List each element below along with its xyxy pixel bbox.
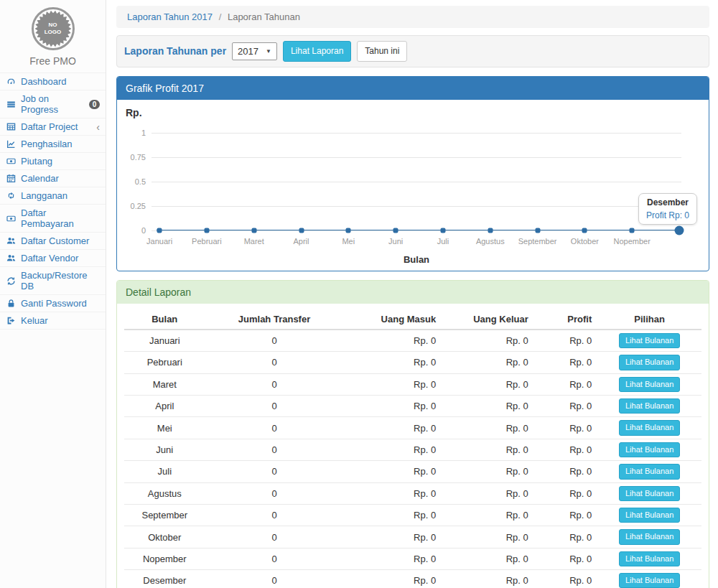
cell-uang-keluar: Rp. 0	[442, 461, 534, 482]
cell-pilihan: Lihat Bulanan	[597, 395, 701, 416]
gridline: 1	[151, 133, 681, 134]
data-point-juli[interactable]	[440, 228, 445, 233]
gridline: 0.25	[151, 206, 681, 207]
table-row-september: September0Rp. 0Rp. 0Rp. 0Lihat Bulanan	[124, 504, 701, 526]
cell-profit: Rp. 0	[534, 482, 597, 504]
lihat-laporan-button[interactable]: Lihat Laporan	[283, 41, 351, 62]
lihat-bulanan-button[interactable]: Lihat Bulanan	[619, 551, 680, 566]
data-point-april[interactable]	[299, 228, 304, 233]
sidebar-item-daftar-pembayaran[interactable]: Daftar Pembayaran	[0, 205, 106, 233]
data-point-maret[interactable]	[251, 228, 256, 233]
cell-uang-keluar: Rp. 0	[442, 548, 534, 569]
lihat-bulanan-button[interactable]: Lihat Bulanan	[619, 442, 680, 457]
breadcrumb-current: Laporan Tahunan	[228, 11, 300, 22]
x-axis-tick: Juni	[388, 237, 403, 246]
year-filter-form: Laporan Tahunan per 2017 ▼ Lihat Laporan…	[116, 35, 709, 67]
lihat-bulanan-button[interactable]: Lihat Bulanan	[619, 508, 680, 523]
cell-jumlah-transfer: 0	[205, 548, 344, 569]
cell-uang-keluar: Rp. 0	[442, 373, 534, 395]
cell-pilihan: Lihat Bulanan	[597, 570, 701, 588]
lihat-bulanan-button[interactable]: Lihat Bulanan	[619, 355, 680, 370]
sidebar: NO LOGO Free PMO DashboardJob on Progres…	[0, 0, 106, 588]
cell-bulan: Agustus	[124, 482, 205, 504]
sidebar-item-langganan[interactable]: Langganan	[0, 187, 106, 205]
app-name: Free PMO	[0, 55, 106, 67]
gridline: 0.5	[151, 182, 681, 182]
chart-panel-title: Grafik Profit 2017	[117, 77, 709, 100]
cell-uang-masuk: Rp. 0	[344, 482, 442, 504]
lihat-bulanan-button[interactable]: Lihat Bulanan	[619, 398, 680, 414]
data-point-mei[interactable]	[346, 228, 351, 233]
data-point-januari[interactable]	[157, 228, 162, 233]
cell-uang-keluar: Rp. 0	[442, 330, 534, 352]
cell-uang-masuk: Rp. 0	[344, 548, 442, 569]
cell-jumlah-transfer: 0	[205, 330, 344, 352]
cell-pilihan: Lihat Bulanan	[597, 526, 701, 548]
sidebar-item-ganti-password[interactable]: Ganti Password	[0, 295, 106, 312]
cell-jumlah-transfer: 0	[205, 570, 344, 588]
cell-uang-keluar: Rp. 0	[442, 352, 534, 373]
x-axis-tick: Maret	[244, 237, 264, 246]
sidebar-item-label: Keluar	[21, 315, 48, 326]
table-row-juli: Juli0Rp. 0Rp. 0Rp. 0Lihat Bulanan	[124, 461, 701, 482]
report-panel-title: Detail Laporan	[117, 281, 709, 304]
lihat-bulanan-button[interactable]: Lihat Bulanan	[619, 377, 680, 392]
cell-pilihan: Lihat Bulanan	[597, 373, 701, 395]
sidebar-item-daftar-project[interactable]: Daftar Project‹	[0, 118, 106, 136]
data-point-agustus[interactable]	[488, 228, 493, 233]
cell-bulan: Juli	[124, 461, 205, 482]
tooltip-category: Desember	[646, 197, 689, 207]
lihat-bulanan-button[interactable]: Lihat Bulanan	[619, 464, 680, 479]
cell-bulan: Mei	[124, 417, 205, 439]
table-row-pebruari: Pebruari0Rp. 0Rp. 0Rp. 0Lihat Bulanan	[124, 352, 701, 373]
sidebar-item-penghasilan[interactable]: Penghasilan	[0, 136, 106, 153]
breadcrumb-link[interactable]: Laporan Tahun 2017	[127, 11, 213, 22]
year-select[interactable]: 2017 ▼	[232, 42, 277, 60]
sidebar-item-calendar[interactable]: Calendar	[0, 170, 106, 187]
breadcrumb-separator: /	[219, 11, 222, 22]
sidebar-item-job-on-progress[interactable]: Job on Progress0	[0, 90, 106, 118]
sidebar-item-daftar-customer[interactable]: Daftar Customer	[0, 233, 106, 250]
cell-profit: Rp. 0	[534, 352, 597, 373]
cell-pilihan: Lihat Bulanan	[597, 439, 701, 460]
lihat-bulanan-button[interactable]: Lihat Bulanan	[619, 333, 680, 348]
lihat-bulanan-button[interactable]: Lihat Bulanan	[619, 420, 680, 435]
cell-uang-keluar: Rp. 0	[442, 395, 534, 416]
lock-icon	[6, 299, 17, 308]
data-point-desember[interactable]	[675, 225, 684, 235]
users-icon	[6, 253, 17, 263]
lihat-bulanan-button[interactable]: Lihat Bulanan	[619, 573, 680, 588]
lihat-bulanan-button[interactable]: Lihat Bulanan	[619, 529, 680, 544]
data-point-nopember[interactable]	[630, 228, 635, 233]
lihat-bulanan-button[interactable]: Lihat Bulanan	[619, 486, 680, 501]
cell-pilihan: Lihat Bulanan	[597, 504, 701, 526]
cell-bulan: Maret	[124, 373, 205, 395]
y-axis-tick: 0.75	[131, 153, 146, 162]
sidebar-item-piutang[interactable]: Piutang	[0, 153, 106, 170]
cell-jumlah-transfer: 0	[205, 482, 344, 504]
sidebar-item-label: Ganti Password	[21, 298, 87, 309]
data-point-oktober[interactable]	[582, 228, 587, 233]
year-select-value: 2017	[238, 46, 258, 57]
table-icon	[6, 122, 17, 131]
sidebar-item-label: Daftar Vendor	[21, 253, 78, 263]
data-point-juni[interactable]	[393, 228, 398, 233]
cell-jumlah-transfer: 0	[205, 352, 344, 373]
data-point-september[interactable]	[535, 228, 540, 233]
sidebar-item-keluar[interactable]: Keluar	[0, 312, 106, 330]
cell-uang-masuk: Rp. 0	[344, 439, 442, 460]
cell-uang-keluar: Rp. 0	[442, 504, 534, 526]
data-point-pebruari[interactable]	[204, 228, 209, 233]
cell-pilihan: Lihat Bulanan	[597, 417, 701, 439]
column-header-profit: Profit	[534, 309, 597, 330]
tahun-ini-button[interactable]: Tahun ini	[357, 41, 407, 62]
cell-jumlah-transfer: 0	[205, 526, 344, 548]
sidebar-item-label: Daftar Customer	[21, 235, 89, 246]
column-header-uang-masuk: Uang Masuk	[344, 309, 442, 330]
cell-profit: Rp. 0	[534, 461, 597, 482]
x-axis-tick: Januari	[146, 237, 172, 246]
sidebar-item-dashboard[interactable]: Dashboard	[0, 73, 106, 90]
sidebar-item-daftar-vendor[interactable]: Daftar Vendor	[0, 250, 106, 267]
y-axis-tick: 0.25	[131, 202, 146, 210]
sidebar-item-backup-restore-db[interactable]: Backup/Restore DB	[0, 267, 106, 295]
